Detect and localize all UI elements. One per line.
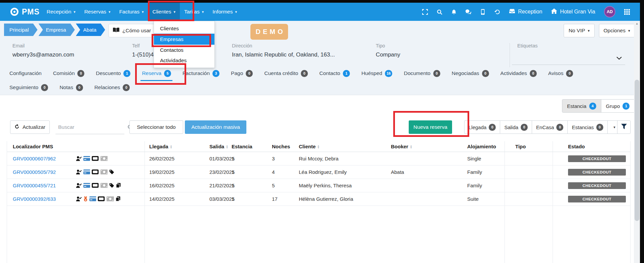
table-row[interactable]: GRV00000505/79219/02/202523/02/202514Léa…: [7, 165, 630, 179]
booker-cell: Abata: [389, 165, 467, 179]
tab-huesped[interactable]: Huésped16: [361, 69, 392, 77]
bulk-update-button[interactable]: Actualización masiva: [185, 120, 246, 134]
tab-facturacion[interactable]: Facturación3: [183, 69, 219, 77]
tab-notas[interactable]: Notas0: [59, 83, 83, 91]
reservation-link[interactable]: GRV00000607/962: [13, 156, 76, 161]
nav-item-recepcion[interactable]: Recepción▾: [42, 3, 80, 21]
breadcrumb-item-principal[interactable]: Principal: [4, 24, 38, 36]
filter-button[interactable]: [617, 120, 631, 134]
hotel-label: Hotel Gran Via: [560, 9, 595, 15]
filler-cell: [553, 206, 630, 263]
reservation-link[interactable]: GRV00000505/792: [13, 169, 76, 175]
tab-reserva[interactable]: Reserva5: [142, 69, 171, 77]
hotel-selector-button[interactable]: Hotel Gran Via: [551, 8, 595, 15]
mobile-icon[interactable]: [480, 9, 486, 15]
row-status-icons: [76, 196, 120, 201]
tab-pago[interactable]: Pago0: [231, 69, 253, 77]
apps-grid-icon[interactable]: [624, 9, 630, 15]
filter-label: Llegada: [469, 124, 486, 130]
tab-documento[interactable]: Documento0: [404, 69, 440, 77]
options-dropdown-button[interactable]: Opciones ▾: [599, 24, 635, 37]
sort-icon[interactable]: ▴▾: [170, 145, 172, 149]
tab-configuracion[interactable]: Configuración: [9, 69, 42, 77]
tab-label: Seguimiento: [9, 84, 38, 90]
column-header-cliente[interactable]: Cliente▴▾: [296, 141, 389, 152]
column-label: Noches: [272, 144, 290, 149]
app-logo[interactable]: PMS: [0, 3, 40, 21]
chevron-down-icon[interactable]: [616, 55, 622, 61]
tab-comision[interactable]: Comisión0: [53, 69, 85, 77]
dropdown-item-clientes[interactable]: Clientes: [154, 23, 214, 34]
reservation-link[interactable]: GRV00000455/721: [13, 183, 76, 188]
vertical-scrollbar[interactable]: ▲: [634, 21, 640, 263]
vip-dropdown-button[interactable]: No VIP ▾: [564, 24, 595, 37]
column-header-llegada[interactable]: Llegada▴▾: [145, 141, 205, 152]
search-icon[interactable]: [437, 9, 442, 15]
stay-cell: 1: [230, 192, 267, 205]
nav-item-clientes[interactable]: Clientes▾: [148, 3, 180, 21]
toggle-grupo[interactable]: Grupo1: [601, 100, 635, 112]
toggle-estancia[interactable]: Estancia4: [562, 100, 601, 112]
tab-seguimiento[interactable]: Seguimiento0: [9, 83, 48, 91]
new-reservation-button[interactable]: Nueva reserva: [409, 120, 452, 134]
filter-estancias[interactable]: Estancias0: [568, 120, 607, 134]
table-row[interactable]: GRV00000455/72116/02/202521/02/202515Maë…: [7, 179, 630, 192]
user-avatar[interactable]: AD: [604, 6, 615, 17]
sort-icon[interactable]: ▴▾: [226, 145, 228, 149]
bell-icon[interactable]: [451, 9, 457, 15]
tab-descuento[interactable]: Descuento1: [96, 69, 130, 77]
nav-item-facturas[interactable]: Facturas▾: [115, 3, 148, 21]
refresh-button[interactable]: Actualizar: [10, 120, 50, 134]
tab-contacto[interactable]: Contacto1: [319, 69, 350, 77]
table-filler-row: [7, 206, 630, 263]
inbox-reception-button[interactable]: Reception: [509, 8, 542, 15]
filter-salida[interactable]: Salida0: [500, 120, 532, 134]
column-label: Salida: [209, 144, 224, 149]
filter-llegada[interactable]: Llegada0: [464, 120, 500, 134]
sort-icon[interactable]: ▴▾: [318, 145, 319, 149]
tab-cuenta-credito[interactable]: Cuenta crédito0: [264, 69, 308, 77]
tab-actividades[interactable]: Actividades0: [500, 69, 537, 77]
nav-item-informes[interactable]: Informes▾: [208, 3, 241, 21]
tab-avisos[interactable]: Avisos0: [548, 69, 573, 77]
window-frame-right: [640, 0, 644, 263]
filter-encasa[interactable]: EnCasa0: [532, 120, 568, 134]
main-menu: Recepción▾Reservas▾Facturas▾Clientes▾Tar…: [42, 3, 241, 21]
dropdown-item-empresas[interactable]: Empresas: [154, 34, 214, 45]
column-header-estancia: Estancia: [230, 141, 267, 152]
reservation-link[interactable]: GRV00000392/633: [13, 196, 76, 202]
nav-item-reservas[interactable]: Reservas▾: [80, 3, 115, 21]
cash-icon: [100, 156, 108, 161]
column-header-salida[interactable]: Salida▴▾: [205, 141, 230, 152]
vip-label: No VIP: [569, 28, 585, 34]
table-row[interactable]: GRV00000607/96226/02/202501/03/202513Rui…: [7, 152, 630, 165]
address-field: Dirección Iran, Islamic Republic of, Oak…: [232, 43, 335, 58]
fullscreen-icon[interactable]: [422, 9, 428, 15]
funnel-icon: [621, 124, 627, 130]
tab-label: Facturación: [183, 70, 210, 76]
sort-icon[interactable]: ▴▾: [410, 145, 412, 149]
dropdown-item-contactos[interactable]: Contactos: [154, 45, 214, 55]
reservations-table: Localizador PMSLlegada▴▾Salida▴▾Estancia…: [7, 141, 631, 263]
column-header-booker[interactable]: Booker▴▾: [389, 141, 467, 152]
toggle-label: Grupo: [606, 103, 620, 109]
breadcrumb-item-abata[interactable]: Abata: [76, 24, 105, 36]
dropdown-item-actividades[interactable]: Actividades: [154, 55, 214, 66]
scrollbar-thumb[interactable]: [635, 80, 639, 221]
tab-relaciones[interactable]: Relaciones0: [94, 83, 130, 91]
column-label: Cliente: [299, 144, 316, 149]
table-row[interactable]: GRV00000392/63314/02/202503/03/2025117Hé…: [7, 192, 630, 206]
select-all-button[interactable]: Seleccionar todo: [129, 120, 183, 134]
tags-field[interactable]: Etiquetas: [510, 43, 631, 67]
row-status-icons: [76, 170, 114, 175]
nav-item-tarifas[interactable]: Tarifas▾: [180, 3, 208, 21]
chat-icon[interactable]: [466, 9, 471, 15]
booker-cell: [389, 192, 467, 205]
breadcrumb-item-empresa[interactable]: Empresa: [39, 24, 75, 36]
history-icon[interactable]: [494, 9, 500, 15]
tab-negociadas[interactable]: Negociadas0: [452, 69, 489, 77]
cell-value: Léa Rodriguez, Emily: [299, 169, 347, 175]
filter-label: Salida: [504, 124, 518, 130]
scrollbar-up-arrow[interactable]: ▲: [634, 22, 640, 25]
search-input[interactable]: [55, 124, 125, 130]
